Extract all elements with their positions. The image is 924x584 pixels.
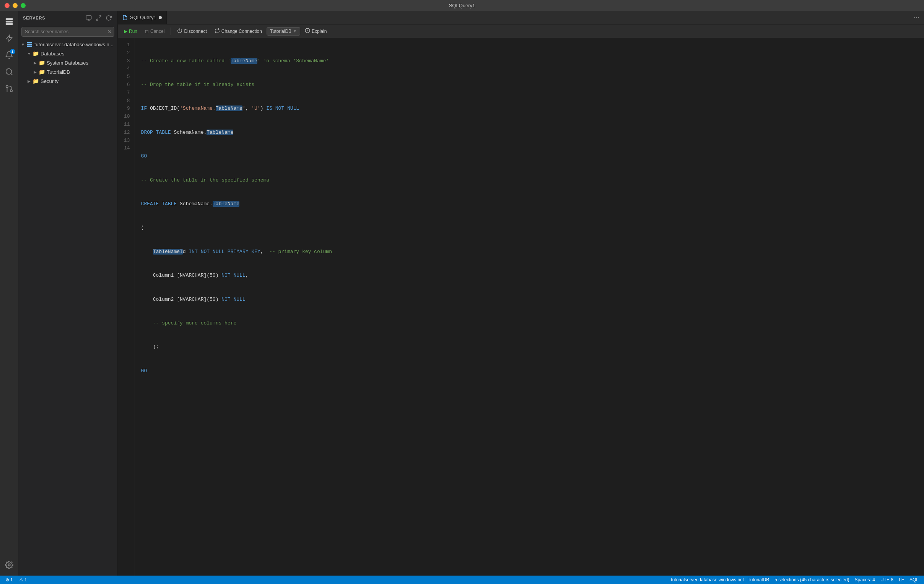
- close-button[interactable]: [5, 3, 10, 8]
- status-line-ending[interactable]: LF: [896, 577, 906, 582]
- chevron-down-icon: ▼: [293, 29, 297, 33]
- svg-rect-15: [27, 44, 32, 45]
- toolbar: ▶ Run ◻ Cancel Disconnect Change Connect…: [118, 25, 924, 38]
- editor-area: SQLQuery1 ··· ▶ Run ◻ Cancel Disconnect: [118, 11, 924, 576]
- activity-item-servers[interactable]: [2, 14, 17, 29]
- tree-arrow-server: ▼: [20, 41, 26, 48]
- run-button[interactable]: ▶ Run: [121, 27, 140, 36]
- folder-icon-databases: 📁: [32, 50, 39, 57]
- line-num-3: 3: [124, 58, 130, 65]
- window-controls[interactable]: [5, 3, 26, 8]
- folder-icon-security: 📁: [32, 77, 39, 84]
- warning-icon: ⚠: [19, 577, 23, 582]
- app-body: SERVERS ✕ ▼: [0, 11, 924, 576]
- svg-rect-9: [86, 16, 91, 19]
- code-line-9: TableNameId INT NOT NULL PRIMARY KEY, --…: [141, 248, 918, 256]
- line-num-8: 8: [124, 97, 130, 105]
- sidebar: SERVERS ✕ ▼: [18, 11, 118, 576]
- error-icon: ⊗: [5, 577, 9, 582]
- tree-item-server[interactable]: ▼ tutorialserver.database.windows.n...: [18, 40, 117, 49]
- maximize-button[interactable]: [21, 3, 26, 8]
- code-line-1: -- Create a new table called 'TableName'…: [141, 58, 918, 65]
- status-language[interactable]: SQL: [907, 577, 921, 582]
- collapse-all-button[interactable]: [94, 14, 103, 22]
- tree-item-security[interactable]: ▶ 📁 Security: [18, 76, 117, 86]
- code-line-11: Column2 [NVARCHAR](50) NOT NULL: [141, 296, 918, 304]
- run-label: Run: [129, 29, 137, 34]
- sidebar-title: SERVERS: [23, 16, 46, 20]
- line-num-2: 2: [124, 49, 130, 58]
- explain-button[interactable]: Explain: [302, 26, 330, 36]
- folder-icon-systemdbs: 📁: [38, 59, 45, 66]
- add-connection-button[interactable]: [84, 14, 93, 22]
- toolbar-separator-1: [171, 28, 171, 35]
- code-line-10: Column1 [NVARCHAR](50) NOT NULL,: [141, 272, 918, 280]
- tree-arrow-security: ▶: [26, 78, 32, 84]
- tab-modified-dot: [159, 16, 162, 19]
- search-box[interactable]: ✕: [21, 27, 114, 37]
- warning-count: 1: [25, 577, 27, 582]
- tab-label: SQLQuery1: [130, 15, 157, 20]
- tab-sqlquery1[interactable]: SQLQuery1: [118, 11, 167, 24]
- svg-rect-2: [5, 23, 12, 25]
- encoding-label: UTF-8: [880, 577, 893, 582]
- tree-arrow-databases: ▼: [26, 51, 32, 57]
- error-count: 1: [10, 577, 13, 582]
- sidebar-header-actions: [84, 14, 113, 22]
- code-line-5: GO: [141, 153, 918, 161]
- tree-arrow-tutorialdb: ▶: [32, 69, 38, 75]
- database-selector[interactable]: TutorialDB ▼: [267, 27, 300, 36]
- search-clear-button[interactable]: ✕: [107, 29, 112, 35]
- disconnect-icon: [177, 28, 182, 35]
- tree-item-tutorialdb[interactable]: ▶ 📁 TutorialDB: [18, 67, 117, 76]
- activity-bar: [0, 11, 18, 576]
- line-numbers: 1 2 3 4 5 6 7 8 9 10 11 12 13 14: [118, 38, 135, 576]
- status-encoding[interactable]: UTF-8: [878, 577, 896, 582]
- status-server[interactable]: tutorialserver.database.windows.net : Tu…: [668, 577, 771, 582]
- sidebar-header: SERVERS: [18, 11, 117, 25]
- svg-rect-14: [27, 42, 32, 43]
- code-line-6: -- Create the table in the specified sch…: [141, 176, 918, 184]
- line-num-13: 13: [124, 137, 130, 145]
- tab-bar: SQLQuery1 ···: [118, 11, 924, 25]
- tree-item-databases[interactable]: ▼ 📁 Databases: [18, 49, 117, 58]
- activity-item-notifications[interactable]: [2, 48, 17, 63]
- activity-item-search[interactable]: [2, 64, 17, 79]
- activity-item-git[interactable]: [2, 81, 17, 96]
- code-line-13: );: [141, 343, 918, 351]
- status-errors[interactable]: ⊗ 1: [3, 577, 15, 582]
- cancel-button[interactable]: ◻ Cancel: [142, 27, 168, 36]
- activity-item-connections[interactable]: [2, 31, 17, 46]
- minimize-button[interactable]: [13, 3, 18, 8]
- code-content[interactable]: -- Create a new table called 'TableName'…: [135, 38, 924, 576]
- code-line-7: CREATE TABLE SchemaName.TableName: [141, 200, 918, 208]
- tab-more-button[interactable]: ···: [909, 13, 924, 21]
- status-selections[interactable]: 5 selections (45 characters selected): [772, 577, 851, 582]
- database-name: TutorialDB: [270, 29, 291, 34]
- refresh-button[interactable]: [104, 14, 113, 22]
- disconnect-button[interactable]: Disconnect: [174, 26, 210, 36]
- search-input[interactable]: [21, 27, 114, 37]
- explain-icon: [305, 28, 310, 35]
- line-num-10: 10: [124, 113, 130, 121]
- cancel-icon: ◻: [145, 29, 149, 34]
- change-connection-button[interactable]: Change Connection: [211, 26, 265, 36]
- status-spaces[interactable]: Spaces: 4: [853, 577, 877, 582]
- svg-point-6: [6, 86, 8, 88]
- activity-item-settings[interactable]: [2, 557, 17, 572]
- code-line-3: IF OBJECT_ID('SchemaName.TableName', 'U'…: [141, 105, 918, 113]
- code-editor[interactable]: 1 2 3 4 5 6 7 8 9 10 11 12 13 14 -- Crea…: [118, 38, 924, 576]
- databases-label: Databases: [41, 51, 64, 57]
- svg-line-4: [11, 73, 12, 75]
- selections-label: 5 selections (45 characters selected): [774, 577, 849, 582]
- status-right: tutorialserver.database.windows.net : Tu…: [668, 577, 921, 582]
- explain-label: Explain: [312, 29, 327, 34]
- server-tree: ▼ tutorialserver.database.windows.n... ▼…: [18, 40, 117, 576]
- status-warnings[interactable]: ⚠ 1: [17, 577, 30, 582]
- line-num-4: 4: [124, 65, 130, 73]
- disconnect-label: Disconnect: [184, 29, 206, 34]
- svg-line-12: [99, 16, 101, 18]
- line-ending-label: LF: [899, 577, 904, 582]
- line-num-11: 11: [124, 121, 130, 129]
- tree-item-system-databases[interactable]: ▶ 📁 System Databases: [18, 58, 117, 67]
